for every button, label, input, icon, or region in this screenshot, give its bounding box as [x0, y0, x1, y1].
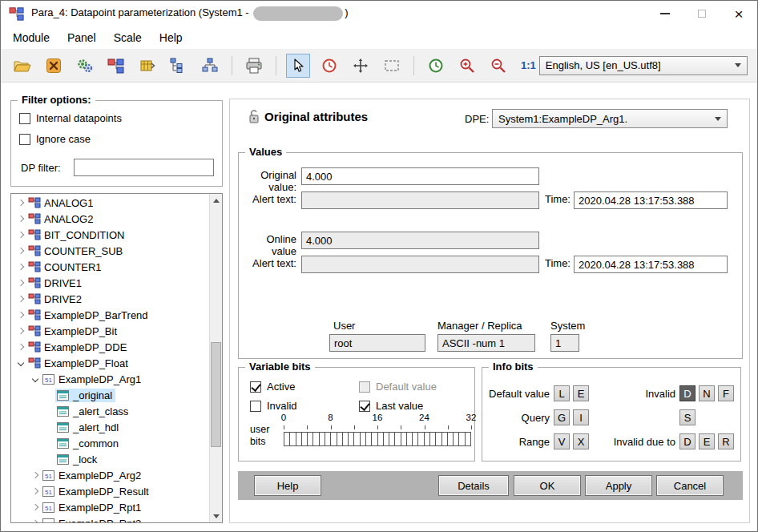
- dp-filter-input[interactable]: [74, 159, 214, 176]
- tree-view-vertical-icon[interactable]: [198, 54, 222, 78]
- bit-cell[interactable]: [401, 433, 407, 445]
- bit-cell[interactable]: [313, 433, 319, 445]
- bit-cell[interactable]: [384, 433, 389, 445]
- tree-item-drive2[interactable]: DRIVE2: [11, 291, 209, 307]
- tree-chevron-icon[interactable]: [29, 505, 41, 510]
- bit-button-range-x[interactable]: X: [573, 433, 589, 449]
- bit-cell[interactable]: [430, 433, 436, 445]
- tree-chevron-icon[interactable]: [14, 264, 26, 269]
- bit-cell[interactable]: [459, 433, 465, 445]
- scroll-down-button[interactable]: [210, 510, 222, 522]
- checkbox-default-value[interactable]: Default value: [359, 381, 437, 393]
- bit-button-query-i[interactable]: I: [573, 409, 589, 425]
- bit-cell[interactable]: [442, 433, 448, 445]
- maximize-button[interactable]: [683, 1, 720, 26]
- bit-cell[interactable]: [395, 433, 401, 445]
- bit-cell[interactable]: [354, 433, 360, 445]
- bit-cell[interactable]: [425, 433, 430, 445]
- tree-chevron-icon[interactable]: [14, 361, 26, 365]
- bit-cell[interactable]: [361, 433, 366, 445]
- settings-gears-icon[interactable]: [73, 54, 97, 78]
- tree-chevron-icon[interactable]: [14, 328, 26, 333]
- bit-cell[interactable]: [296, 433, 302, 445]
- module-tree-icon[interactable]: [104, 54, 128, 78]
- tree-item-exampledp-dde[interactable]: ExampleDP_DDE: [11, 339, 209, 355]
- bit-cell[interactable]: [331, 433, 337, 445]
- tree-chevron-icon[interactable]: [29, 521, 41, 523]
- tree-scrollbar[interactable]: [209, 194, 222, 522]
- bit-cell[interactable]: [466, 433, 470, 445]
- menu-module[interactable]: Module: [4, 27, 58, 48]
- bit-cell[interactable]: [372, 433, 377, 445]
- tree-item-exampledp-bartrend[interactable]: ExampleDP_BarTrend: [11, 307, 209, 323]
- bit-button-invalid-d[interactable]: D: [679, 385, 696, 401]
- checkbox-last-value[interactable]: Last value: [359, 400, 423, 412]
- menu-panel[interactable]: Panel: [58, 27, 105, 48]
- tree-item-exampledp-float[interactable]: ExampleDP_Float: [11, 355, 209, 371]
- bit-cell[interactable]: [284, 433, 290, 445]
- bit-button-invalid-due-to-d[interactable]: D: [679, 433, 696, 449]
- history-clock-icon[interactable]: [317, 54, 341, 78]
- exit-module-icon[interactable]: [42, 54, 66, 78]
- move-icon[interactable]: [349, 54, 373, 78]
- details-button[interactable]: Details: [438, 475, 509, 496]
- checkbox-invalid[interactable]: Invalid: [250, 400, 297, 412]
- tree-item-exampledp-result[interactable]: 51ExampleDP_Result: [11, 483, 209, 499]
- bit-button-invalid-n[interactable]: N: [699, 385, 715, 401]
- tree-item-alert-class[interactable]: _alert_class: [11, 403, 209, 419]
- apply-button[interactable]: Apply: [585, 475, 652, 496]
- bit-cell[interactable]: [407, 433, 413, 445]
- bit-button-query-s[interactable]: S: [679, 409, 696, 425]
- lock-open-icon[interactable]: [248, 109, 260, 125]
- menu-scale[interactable]: Scale: [105, 27, 151, 48]
- checkbox-ignore-case[interactable]: Ignore case: [19, 133, 91, 145]
- zoom-out-icon[interactable]: [486, 54, 510, 78]
- bit-cell[interactable]: [378, 433, 384, 445]
- selection-rect-icon[interactable]: [380, 54, 404, 78]
- tree-chevron-icon[interactable]: [14, 216, 26, 221]
- tree-item-exampledp-bit[interactable]: ExampleDP_Bit: [11, 323, 209, 339]
- scrollbar-thumb[interactable]: [211, 342, 221, 447]
- time-clock-icon[interactable]: [424, 54, 448, 78]
- dpe-select[interactable]: System1:ExampleDP_Arg1.: [492, 109, 728, 128]
- tree-item-counter1[interactable]: COUNTER1: [11, 259, 209, 275]
- bit-button-invalid-due-to-r[interactable]: R: [718, 433, 734, 449]
- tree-item-exampledp-arg1[interactable]: 51ExampleDP_Arg1: [11, 371, 209, 387]
- minimize-button[interactable]: [647, 1, 683, 26]
- bit-button-query-g[interactable]: G: [554, 409, 570, 425]
- tree-chevron-icon[interactable]: [14, 345, 26, 349]
- bit-button-default-value-e[interactable]: E: [573, 385, 589, 401]
- checkbox-internal-datapoints[interactable]: Internal datapoints: [19, 112, 122, 124]
- tree-item-drive1[interactable]: DRIVE1: [11, 275, 209, 291]
- tree-chevron-icon[interactable]: [14, 200, 26, 205]
- tree-item-lock[interactable]: _lock: [11, 451, 209, 467]
- cancel-button[interactable]: Cancel: [656, 475, 724, 496]
- bit-cell[interactable]: [366, 433, 372, 445]
- close-button[interactable]: ×: [720, 1, 757, 26]
- ok-button[interactable]: OK: [514, 475, 581, 496]
- tree-chevron-icon[interactable]: [14, 232, 26, 237]
- bit-cell[interactable]: [290, 433, 296, 445]
- tree-item-counter-sub[interactable]: COUNTER_SUB: [11, 243, 209, 259]
- bit-cell[interactable]: [454, 433, 459, 445]
- tree-chevron-icon[interactable]: [14, 296, 26, 301]
- menu-help[interactable]: Help: [151, 27, 192, 48]
- tree-item-exampledp-rpt2[interactable]: 51ExampleDP_Rpt2: [11, 515, 209, 523]
- bit-cell[interactable]: [343, 433, 349, 445]
- bit-cell[interactable]: [448, 433, 454, 445]
- tree-item-bit-condition[interactable]: BIT_CONDITION: [11, 227, 209, 243]
- original-value-input[interactable]: [301, 167, 539, 185]
- bit-cell[interactable]: [418, 433, 424, 445]
- checkbox-active[interactable]: Active: [250, 381, 295, 393]
- select-cursor-icon[interactable]: [286, 54, 310, 78]
- tree-item-analog2[interactable]: ANALOG2: [11, 211, 209, 227]
- bit-button-range-v[interactable]: V: [554, 433, 570, 449]
- tree-item-original[interactable]: _original: [11, 387, 209, 403]
- print-icon[interactable]: [242, 54, 266, 78]
- bit-cell[interactable]: [413, 433, 418, 445]
- scroll-up-button[interactable]: [210, 194, 222, 207]
- tree-chevron-icon[interactable]: [14, 248, 26, 253]
- bit-cell[interactable]: [302, 433, 308, 445]
- help-button[interactable]: Help: [254, 475, 321, 496]
- bit-button-invalid-f[interactable]: F: [718, 385, 734, 401]
